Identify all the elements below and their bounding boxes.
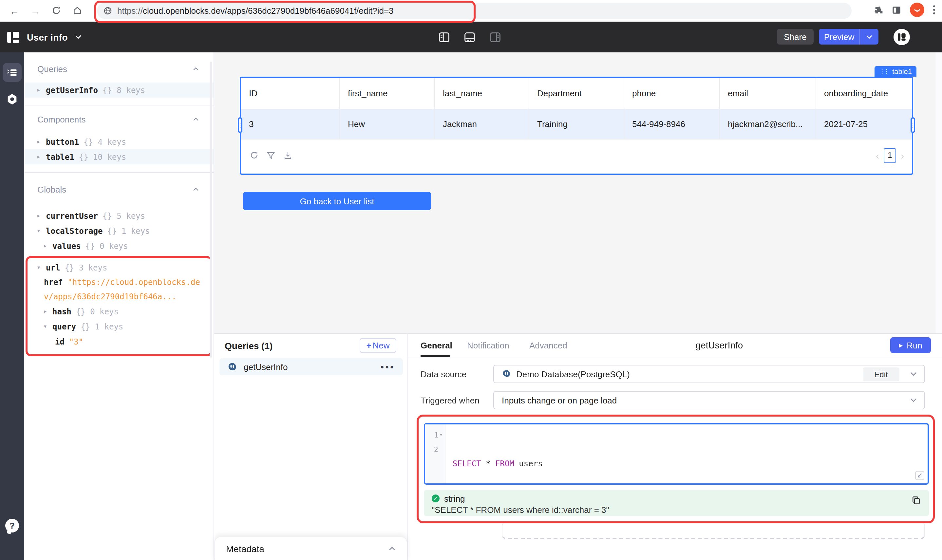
section-header-globals[interactable]: Globals bbox=[24, 181, 214, 198]
table-row[interactable]: 3 Hew Jackman Training 544-949-8946 hjac… bbox=[241, 109, 912, 140]
column-header[interactable]: ID bbox=[241, 78, 340, 109]
app-name[interactable]: User info bbox=[27, 32, 68, 42]
tree-item-localStorage[interactable]: ▾ localStorage {} 1 keys bbox=[24, 223, 214, 238]
tree-arrow-icon[interactable]: ▾ bbox=[37, 228, 46, 234]
collapse-chevron-up-icon[interactable] bbox=[192, 187, 199, 191]
browser-profile-avatar[interactable] bbox=[910, 3, 924, 17]
section-header-queries[interactable]: Queries bbox=[24, 60, 214, 77]
query-list-item-getUserInfo[interactable]: getUserInfo ●●● bbox=[219, 358, 403, 375]
side-panel-icon[interactable] bbox=[891, 5, 901, 15]
browser-back-icon[interactable]: ← bbox=[6, 3, 22, 18]
column-header[interactable]: onboarding_date bbox=[816, 78, 912, 109]
section-header-components[interactable]: Components bbox=[24, 111, 214, 128]
tree-arrow-icon[interactable]: ▸ bbox=[37, 139, 46, 145]
tree-arrow-icon[interactable]: ▸ bbox=[37, 154, 46, 160]
tree-arrow-icon[interactable]: ▸ bbox=[44, 243, 52, 249]
tree-item-values[interactable]: ▸ values {} 0 keys bbox=[24, 238, 214, 254]
browser-reload-icon[interactable] bbox=[48, 3, 64, 18]
url-text[interactable]: https://cloud.openblocks.dev/apps/636dc2… bbox=[117, 6, 394, 16]
page-next-icon[interactable]: › bbox=[901, 150, 904, 161]
tree-item-query[interactable]: ▾ query {} 1 keys bbox=[28, 319, 210, 334]
sidebar-scrollbar[interactable] bbox=[209, 62, 212, 358]
query-title[interactable]: getUserInfo bbox=[667, 340, 772, 351]
preview-dropdown-chevron-icon[interactable] bbox=[859, 29, 879, 45]
select-chevron-down-icon[interactable] bbox=[910, 371, 917, 377]
widget-resize-handle-left[interactable]: ⋮ bbox=[238, 117, 242, 133]
metadata-section[interactable]: Metadata bbox=[214, 537, 408, 560]
column-header[interactable]: last_name bbox=[435, 78, 529, 109]
metadata-chevron-up-icon[interactable] bbox=[388, 546, 396, 551]
tab-advanced[interactable]: Advanced bbox=[529, 341, 567, 351]
preview-label[interactable]: Preview bbox=[819, 32, 859, 42]
run-button[interactable]: ▶ Run bbox=[890, 337, 931, 353]
browser-menu-kebab-icon[interactable] bbox=[933, 5, 936, 15]
table-cell[interactable]: 544-949-8946 bbox=[624, 109, 720, 140]
data-explorer-icon[interactable] bbox=[3, 63, 22, 82]
page-prev-icon[interactable]: ‹ bbox=[876, 150, 879, 161]
site-info-globe-icon[interactable] bbox=[103, 6, 112, 15]
help-icon[interactable]: ? bbox=[5, 519, 19, 532]
tree-item-table1[interactable]: ▸ table1 {} 10 keys bbox=[24, 149, 214, 165]
table-cell[interactable]: Hew bbox=[340, 109, 435, 140]
query-item-menu-icon[interactable]: ●●● bbox=[380, 363, 395, 370]
openblocks-logo-icon[interactable] bbox=[6, 31, 20, 43]
tab-notification[interactable]: Notification bbox=[467, 341, 509, 351]
toggle-right-panel-icon[interactable] bbox=[489, 31, 501, 43]
table-cell[interactable]: Jackman bbox=[435, 109, 529, 140]
editor-canvas[interactable]: ⋮⋮ table1 ID first_name last_name Depart… bbox=[214, 52, 942, 333]
column-header[interactable]: first_name bbox=[340, 78, 435, 109]
tree-item-url[interactable]: ▾ url {} 3 keys bbox=[28, 260, 210, 275]
download-icon[interactable] bbox=[283, 150, 293, 160]
tree-arrow-icon[interactable]: ▾ bbox=[37, 265, 46, 271]
share-button[interactable]: Share bbox=[777, 29, 814, 45]
sql-code-editor[interactable]: 1▾ 2 SELECT * FROM users where id::varch… bbox=[424, 423, 929, 485]
new-query-button[interactable]: + New bbox=[360, 338, 396, 353]
select-chevron-down-icon[interactable] bbox=[910, 398, 917, 403]
table-cell[interactable]: hjackman2@scrib... bbox=[720, 109, 816, 140]
trigger-select[interactable]: Inputs change or on page load bbox=[493, 391, 925, 409]
toggle-bottom-panel-icon[interactable] bbox=[464, 31, 476, 43]
collapse-chevron-up-icon[interactable] bbox=[192, 117, 199, 121]
table-cell[interactable]: 2021-07-25 bbox=[816, 109, 912, 140]
settings-hex-icon[interactable] bbox=[6, 93, 18, 108]
editor-expand-icon[interactable] bbox=[915, 471, 924, 480]
column-header[interactable]: Department bbox=[529, 78, 624, 109]
extensions-puzzle-icon[interactable] bbox=[873, 5, 883, 15]
widget-resize-handle-right[interactable]: ⋮ bbox=[911, 117, 915, 133]
table-cell[interactable]: Training bbox=[529, 109, 624, 140]
tree-arrow-icon[interactable]: ▸ bbox=[37, 87, 46, 93]
edit-datasource-button[interactable]: Edit bbox=[863, 368, 899, 381]
tree-arrow-icon[interactable]: ▸ bbox=[37, 213, 46, 219]
collapse-chevron-up-icon[interactable] bbox=[192, 67, 199, 71]
fold-arrow-icon[interactable]: ▾ bbox=[440, 432, 442, 437]
user-avatar[interactable] bbox=[894, 29, 910, 45]
tab-general[interactable]: General bbox=[420, 341, 453, 351]
table1-widget[interactable]: ID first_name last_name Department phone… bbox=[240, 77, 913, 175]
filter-icon[interactable] bbox=[266, 150, 276, 160]
drag-dots-icon[interactable]: ⋮⋮ bbox=[879, 68, 888, 75]
tree-item-getUserInfo[interactable]: ▸ getUserInfo {} 8 keys bbox=[24, 83, 214, 98]
selected-widget-badge[interactable]: ⋮⋮ table1 bbox=[874, 66, 916, 77]
toggle-left-panel-icon[interactable] bbox=[438, 31, 450, 43]
copy-icon[interactable] bbox=[912, 495, 920, 507]
preview-button[interactable]: Preview bbox=[819, 29, 879, 45]
tree-item-button1[interactable]: ▸ button1 {} 4 keys bbox=[24, 134, 214, 149]
app-name-chevron-down-icon[interactable] bbox=[75, 35, 82, 39]
tree-arrow-icon[interactable]: ▸ bbox=[44, 309, 52, 314]
tree-item-hash[interactable]: ▸ hash {} 0 keys bbox=[28, 304, 210, 319]
go-back-button[interactable]: Go back to User list bbox=[243, 192, 431, 210]
browser-home-icon[interactable] bbox=[69, 3, 85, 18]
tree-item-currentUser[interactable]: ▸ currentUser {} 5 keys bbox=[24, 208, 214, 223]
address-bar[interactable]: https://cloud.openblocks.dev/apps/636dc2… bbox=[97, 3, 851, 19]
datasource-select[interactable]: Demo Database(PostgreSQL) Edit bbox=[493, 365, 925, 383]
tree-item-href[interactable]: href "https://cloud.openblocks.de v/apps… bbox=[28, 275, 210, 304]
browser-forward-icon[interactable]: → bbox=[28, 3, 43, 18]
current-page[interactable]: 1 bbox=[884, 148, 896, 163]
column-header[interactable]: email bbox=[720, 78, 816, 109]
tree-arrow-icon[interactable]: ▾ bbox=[44, 323, 52, 329]
column-header[interactable]: phone bbox=[624, 78, 720, 109]
table-cell[interactable]: 3 bbox=[241, 109, 340, 140]
canvas-scrollbar[interactable] bbox=[935, 52, 942, 333]
refresh-icon[interactable] bbox=[249, 150, 259, 160]
tree-item-id[interactable]: id "3" bbox=[28, 334, 210, 349]
